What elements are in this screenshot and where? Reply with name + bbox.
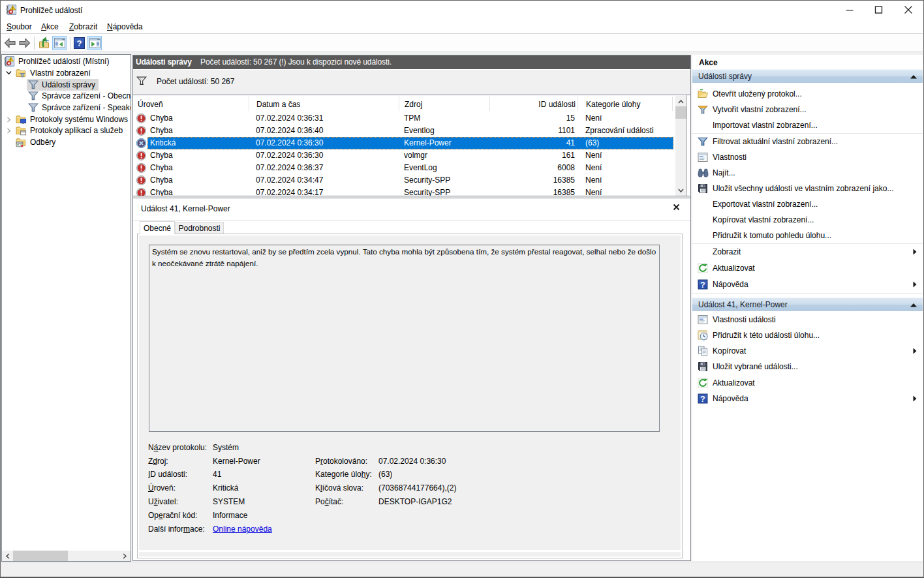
svg-text:?: ? [700,395,705,404]
svg-text:?: ? [77,38,82,48]
svg-text:?: ? [700,281,705,290]
